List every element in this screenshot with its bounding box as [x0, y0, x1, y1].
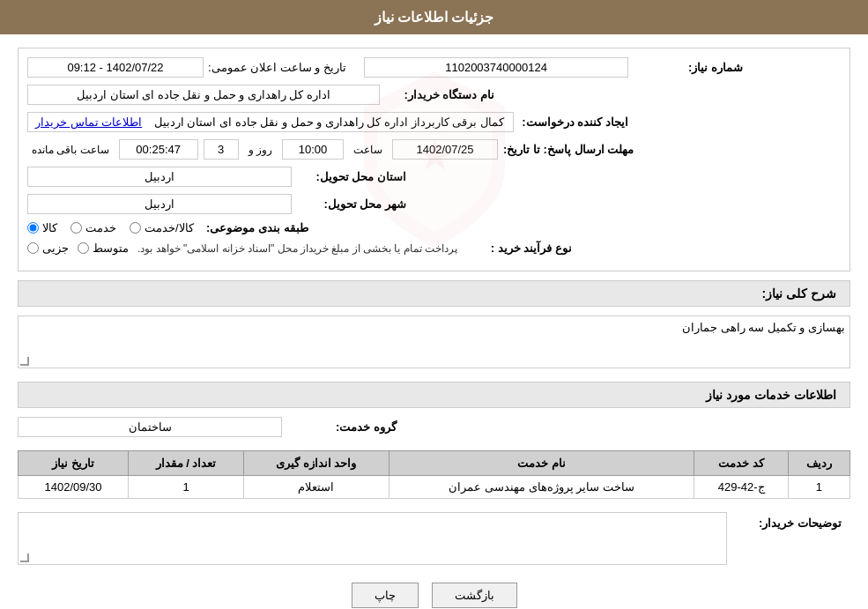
print-button[interactable]: چاپ	[352, 583, 419, 608]
main-info-section: ★ شماره نیاز: 1102003740000124 تاریخ و س…	[18, 48, 850, 271]
buyer-notes-box	[18, 512, 727, 565]
services-table-section: ردیف کد خدمت نام خدمت واحد اندازه گیری ت…	[18, 450, 850, 499]
back-button[interactable]: بازگشت	[432, 583, 517, 608]
remaining-label: ساعت باقی مانده	[32, 144, 109, 156]
col-quantity: تعداد / مقدار	[129, 451, 244, 476]
col-need-date: تاریخ نیاز	[19, 451, 129, 476]
table-header-row: ردیف کد خدمت نام خدمت واحد اندازه گیری ت…	[19, 451, 850, 476]
category-option-khedmat: خدمت	[70, 221, 116, 234]
category-kala-khedmat-label: کالا/خدمت	[145, 221, 194, 234]
purchase-radio-jozi[interactable]	[27, 242, 39, 254]
announcement-label: تاریخ و ساعت اعلان عمومی:	[208, 61, 346, 74]
watermark-logo: ★	[346, 63, 523, 256]
need-description-section: شرح کلی نیاز: بهسازی و تکمیل سه راهی جما…	[18, 280, 850, 368]
table-body: 1 ج-42-429 ساخت سایر پروژه‌های مهندسی عم…	[19, 476, 850, 499]
resize-handle[interactable]	[20, 357, 29, 366]
cell-row-number: 1	[788, 476, 849, 499]
province-value: اردبیل	[27, 167, 292, 187]
announcement-value: 1402/07/22 - 09:12	[27, 57, 204, 78]
services-table: ردیف کد خدمت نام خدمت واحد اندازه گیری ت…	[18, 450, 850, 499]
category-option-kala-khedmat: کالا/خدمت	[130, 221, 194, 234]
buyer-notes-resize-handle[interactable]	[20, 553, 29, 562]
category-radio-kala[interactable]	[27, 222, 39, 234]
col-service-name: نام خدمت	[389, 451, 694, 476]
category-label: طبقه بندی موضوعی:	[194, 221, 308, 234]
purchase-radio-motawaset[interactable]	[78, 242, 89, 254]
col-service-code: کد خدمت	[694, 451, 788, 476]
page-title: جزئیات اطلاعات نیاز	[375, 10, 494, 25]
table-row: 1 ج-42-429 ساخت سایر پروژه‌های مهندسی عم…	[19, 476, 850, 499]
deadline-days-value: 3	[204, 139, 239, 160]
city-value: اردبیل	[27, 194, 292, 214]
deadline-label: مهلت ارسال پاسخ: تا تاریخ:	[503, 143, 634, 156]
services-section-title: اطلاعات خدمات مورد نیاز	[18, 382, 850, 408]
page-container: جزئیات اطلاعات نیاز ★ شماره نیاز: 110200…	[0, 0, 868, 609]
svg-text:★: ★	[419, 137, 451, 175]
category-khedmat-label: خدمت	[85, 221, 116, 234]
col-row-number: ردیف	[788, 451, 849, 476]
purchase-type-option-motawaset: متوسط	[78, 241, 129, 255]
purchase-jozi-label: جزیی	[42, 241, 69, 255]
cell-quantity: 1	[129, 476, 244, 499]
days-remaining-label: روز و	[249, 144, 272, 156]
cell-need-date: 1402/09/30	[19, 476, 129, 499]
category-option-kala: کالا	[27, 221, 57, 234]
service-group-row: گروه خدمت: ساختمان	[18, 417, 850, 437]
purchase-type-option-jozi: جزیی	[27, 241, 69, 255]
deadline-time-value: 10:00	[282, 139, 344, 160]
cell-service-code: ج-42-429	[694, 476, 788, 499]
category-radio-khedmat[interactable]	[70, 222, 82, 234]
deadline-remaining-value: 00:25:47	[119, 139, 198, 160]
buyer-notes-box-container	[18, 512, 727, 565]
need-number-label: شماره نیاز:	[628, 61, 743, 74]
purchase-motawaset-label: متوسط	[93, 241, 129, 255]
need-description-box: بهسازی و تکمیل سه راهی جماران	[18, 316, 850, 368]
page-header: جزئیات اطلاعات نیاز	[0, 0, 868, 34]
cell-unit: استعلام	[243, 476, 389, 499]
col-unit: واحد اندازه گیری	[243, 451, 389, 476]
requester-org-value: اداره کل راهداری و حمل و نقل جاده ای است…	[27, 85, 380, 105]
table-header: ردیف کد خدمت نام خدمت واحد اندازه گیری ت…	[19, 451, 850, 476]
category-kala-label: کالا	[42, 221, 57, 234]
buyer-notes-section: توضیحات خریدار:	[18, 512, 850, 565]
contact-link[interactable]: اطلاعات تماس خریدار	[35, 115, 142, 129]
need-description-title: شرح کلی نیاز:	[18, 280, 850, 307]
service-group-label: گروه خدمت:	[282, 420, 397, 434]
category-radio-kala-khedmat[interactable]	[130, 222, 141, 234]
service-group-value: ساختمان	[18, 417, 282, 437]
need-description-text: بهسازی و تکمیل سه راهی جماران	[682, 321, 845, 334]
requester-creator-label: ایجاد کننده درخواست:	[514, 115, 628, 129]
cell-service-name: ساخت سایر پروژه‌های مهندسی عمران	[389, 476, 694, 499]
main-content: ★ شماره نیاز: 1102003740000124 تاریخ و س…	[0, 34, 868, 609]
button-row: بازگشت چاپ	[18, 583, 850, 609]
category-radio-group: کالا/خدمت خدمت کالا	[27, 221, 194, 234]
buyer-notes-label: توضیحات خریدار:	[727, 512, 842, 530]
